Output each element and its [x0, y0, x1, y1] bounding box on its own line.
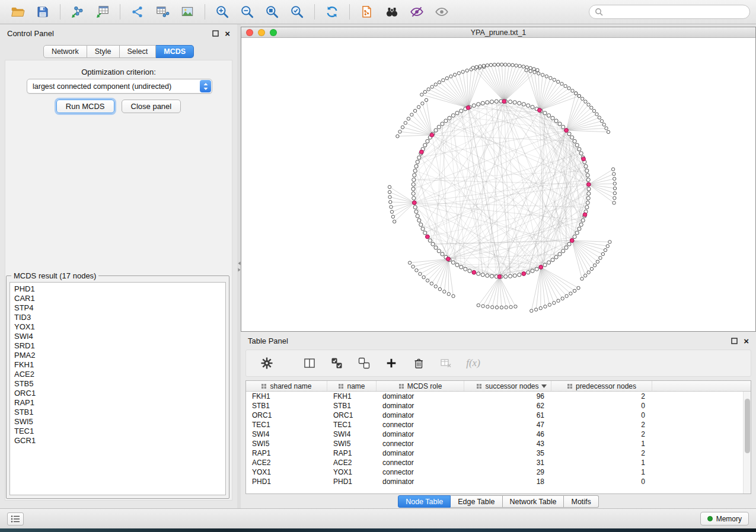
refresh-view-button[interactable] — [320, 2, 344, 22]
import-table-button[interactable] — [91, 2, 114, 22]
delete-column-button[interactable] — [410, 354, 428, 372]
mcds-result-item[interactable]: ORC1 — [10, 389, 225, 398]
tab-style[interactable]: Style — [87, 45, 120, 58]
export-network-button[interactable] — [126, 2, 149, 22]
cell-successor-nodes: 18 — [464, 477, 551, 486]
network-canvas[interactable] — [241, 38, 755, 331]
float-table-panel-button[interactable] — [731, 338, 738, 344]
zoom-fit-icon — [264, 4, 280, 20]
function-builder-button[interactable]: f(x) — [464, 354, 482, 372]
close-table-panel-button[interactable]: × — [744, 336, 749, 345]
zoom-selected-button[interactable] — [285, 2, 309, 22]
show-all-button[interactable] — [430, 2, 454, 22]
cell-mcds-role: dominator — [377, 392, 464, 400]
table-row[interactable]: SWI5SWI5connector431 — [246, 439, 743, 448]
table-row[interactable]: ORC1ORC1dominator610 — [246, 411, 743, 420]
float-window-icon — [212, 30, 219, 37]
search-box[interactable] — [589, 5, 750, 19]
save-session-button[interactable] — [31, 2, 55, 22]
table-row[interactable]: RAP1RAP1dominator352 — [246, 448, 743, 458]
memory-button[interactable]: Memory — [700, 512, 749, 525]
table-row[interactable]: ACE2ACE2connector311 — [246, 458, 743, 467]
tab-select[interactable]: Select — [120, 45, 157, 58]
cell-shared-name: SWI5 — [246, 440, 327, 448]
hide-selected-button[interactable] — [405, 2, 429, 22]
tab-edge-table[interactable]: Edge Table — [451, 495, 502, 508]
cell-successor-nodes: 46 — [464, 430, 551, 438]
column-header-mcds-role[interactable]: MCDS role — [377, 381, 464, 391]
criterion-dropdown[interactable]: largest connected component (undirected) — [27, 79, 212, 94]
table-settings-button[interactable] — [258, 354, 276, 372]
search-network-button[interactable] — [380, 2, 404, 22]
table-scrollbar[interactable] — [743, 392, 751, 493]
column-header-shared-name[interactable]: shared name — [246, 381, 327, 391]
mcds-result-item[interactable]: FKH1 — [10, 360, 225, 370]
tab-network[interactable]: Network — [43, 45, 87, 58]
mcds-result-item[interactable]: STB5 — [10, 379, 225, 389]
zoom-out-button[interactable] — [235, 2, 259, 22]
tab-motifs[interactable]: Motifs — [564, 495, 598, 508]
tab-node-table[interactable]: Node Table — [398, 495, 451, 508]
window-zoom-button[interactable] — [270, 29, 277, 36]
scrollbar-thumb[interactable] — [745, 399, 750, 453]
mcds-result-item[interactable]: ACE2 — [10, 370, 225, 379]
window-close-button[interactable] — [246, 29, 253, 36]
add-column-button[interactable] — [382, 354, 400, 372]
eye-slash-icon — [409, 4, 425, 20]
search-input[interactable] — [607, 8, 744, 16]
mcds-result-item[interactable]: PMA2 — [10, 351, 225, 360]
select-all-rows-button[interactable] — [328, 354, 346, 372]
tab-network-table[interactable]: Network Table — [503, 495, 564, 508]
show-columns-button[interactable] — [301, 354, 318, 372]
mcds-result-item[interactable]: PHD1 — [10, 284, 225, 294]
mcds-result-list[interactable]: PHD1CAR1STP4TID3YOX1SWI4SRD1PMA2FKH1ACE2… — [9, 282, 226, 495]
mcds-result-item[interactable]: SWI4 — [10, 332, 225, 341]
column-header-name[interactable]: name — [327, 381, 377, 391]
column-header-label: shared name — [270, 382, 311, 390]
mcds-result-item[interactable]: TID3 — [10, 313, 225, 322]
mcds-result-item[interactable]: SWI5 — [10, 417, 225, 427]
zoom-fit-button[interactable] — [260, 2, 284, 22]
run-mcds-button[interactable]: Run MCDS — [56, 100, 114, 113]
table-row[interactable]: STB1STB1dominator620 — [246, 401, 743, 411]
mcds-result-item[interactable]: RAP1 — [10, 398, 225, 408]
export-table-button[interactable] — [151, 2, 174, 22]
cell-mcds-role: connector — [377, 421, 464, 429]
mcds-result-item[interactable]: TEC1 — [10, 427, 225, 436]
sort-caret-icon[interactable] — [541, 384, 547, 388]
import-network-button[interactable] — [66, 2, 90, 22]
table-row[interactable]: PHD1PHD1dominator180 — [246, 477, 743, 486]
table-row[interactable]: SWI4SWI4dominator462 — [246, 430, 743, 439]
float-control-panel-button[interactable] — [212, 30, 219, 37]
delete-table-icon — [439, 357, 452, 370]
cell-successor-nodes: 43 — [464, 440, 551, 448]
cell-name: RAP1 — [327, 449, 377, 457]
save-icon — [36, 5, 50, 19]
window-minimize-button[interactable] — [258, 29, 265, 36]
column-header-predecessor-nodes[interactable]: predecessor nodes — [551, 381, 652, 391]
close-mcds-panel-button[interactable]: Close panel — [122, 100, 181, 113]
tab-mcds[interactable]: MCDS — [156, 45, 194, 58]
column-header-successor-nodes[interactable]: successor nodes — [464, 381, 551, 391]
network-window-titlebar[interactable]: YPA_prune.txt_1 — [241, 27, 755, 38]
mcds-result-item[interactable]: CAR1 — [10, 294, 225, 303]
table-row[interactable]: YOX1YOX1connector291 — [246, 467, 743, 477]
open-file-button[interactable] — [6, 2, 30, 22]
table-row[interactable]: TEC1TEC1connector472 — [246, 420, 743, 430]
cell-shared-name: FKH1 — [246, 392, 327, 400]
mcds-result-item[interactable]: STP4 — [10, 303, 225, 313]
mcds-result-item[interactable]: SRD1 — [10, 341, 225, 351]
table-panel: Table Panel × f(x) shared namenameMCDS r… — [241, 332, 756, 508]
close-control-panel-button[interactable]: × — [225, 29, 230, 38]
deselect-all-rows-button[interactable] — [355, 354, 373, 372]
table-row[interactable]: FKH1FKH1dominator962 — [246, 392, 743, 401]
mcds-result-item[interactable]: GCR1 — [10, 436, 225, 446]
zoom-in-button[interactable] — [210, 2, 234, 22]
export-image-button[interactable] — [176, 2, 199, 22]
network-graph[interactable] — [241, 38, 755, 331]
clone-network-button[interactable] — [355, 2, 379, 22]
delete-table-button[interactable] — [437, 354, 455, 372]
mcds-result-item[interactable]: YOX1 — [10, 322, 225, 332]
mcds-result-item[interactable]: STB1 — [10, 408, 225, 417]
panel-menu-button[interactable] — [7, 512, 24, 525]
